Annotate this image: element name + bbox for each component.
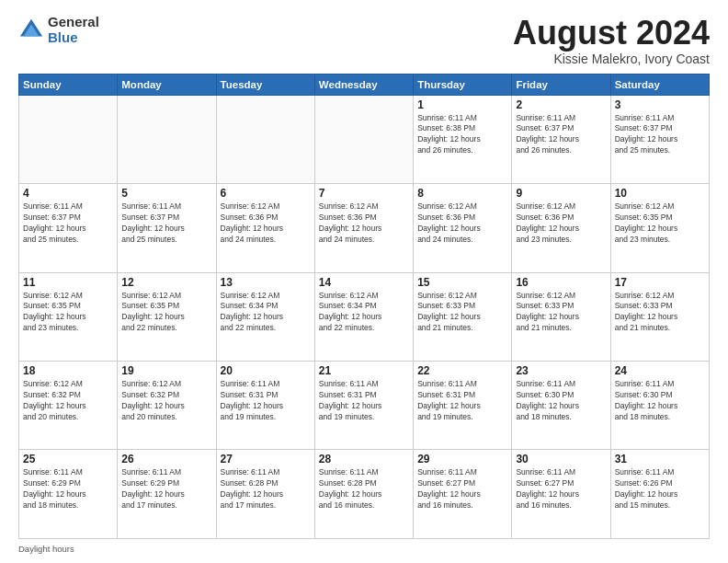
day-header-sunday: Sunday [19, 74, 118, 95]
day-header-wednesday: Wednesday [314, 74, 413, 95]
day-number: 22 [417, 364, 507, 377]
day-number: 11 [23, 276, 113, 289]
day-info: Sunrise: 6:11 AM Sunset: 6:37 PM Dayligh… [23, 201, 113, 246]
day-info: Sunrise: 6:12 AM Sunset: 6:35 PM Dayligh… [121, 291, 211, 335]
day-number: 9 [516, 187, 606, 200]
day-header-thursday: Thursday [414, 74, 512, 95]
day-info: Sunrise: 6:12 AM Sunset: 6:34 PM Dayligh… [319, 291, 409, 335]
day-info: Sunrise: 6:12 AM Sunset: 6:34 PM Dayligh… [221, 291, 311, 335]
calendar-cell: 18Sunrise: 6:12 AM Sunset: 6:32 PM Dayli… [19, 362, 118, 450]
calendar-cell: 4Sunrise: 6:11 AM Sunset: 6:37 PM Daylig… [19, 184, 118, 272]
calendar-cell: 25Sunrise: 6:11 AM Sunset: 6:29 PM Dayli… [19, 450, 118, 539]
day-number: 3 [615, 98, 705, 111]
calendar-cell: 11Sunrise: 6:12 AM Sunset: 6:35 PM Dayli… [19, 272, 118, 361]
day-info: Sunrise: 6:11 AM Sunset: 6:26 PM Dayligh… [615, 467, 705, 511]
day-number: 21 [319, 364, 409, 377]
calendar-cell: 15Sunrise: 6:12 AM Sunset: 6:33 PM Dayli… [414, 272, 512, 361]
page: General Blue August 2024 Kissie Malekro,… [0, 0, 728, 563]
day-number: 1 [417, 98, 507, 111]
day-number: 20 [221, 364, 311, 377]
calendar-cell: 3Sunrise: 6:11 AM Sunset: 6:37 PM Daylig… [610, 95, 709, 183]
week-row-3: 11Sunrise: 6:12 AM Sunset: 6:35 PM Dayli… [19, 272, 710, 361]
calendar-cell: 1Sunrise: 6:11 AM Sunset: 6:38 PM Daylig… [414, 95, 512, 183]
month-title: August 2024 [513, 15, 710, 52]
day-info: Sunrise: 6:11 AM Sunset: 6:27 PM Dayligh… [417, 467, 507, 511]
day-number: 6 [221, 187, 311, 200]
day-number: 18 [23, 364, 113, 377]
day-info: Sunrise: 6:11 AM Sunset: 6:37 PM Dayligh… [516, 113, 606, 157]
day-info: Sunrise: 6:11 AM Sunset: 6:28 PM Dayligh… [221, 467, 311, 511]
day-number: 12 [121, 276, 211, 289]
day-number: 25 [23, 453, 113, 465]
calendar-cell: 22Sunrise: 6:11 AM Sunset: 6:31 PM Dayli… [414, 362, 512, 450]
day-number: 17 [615, 276, 705, 289]
calendar-cell: 27Sunrise: 6:11 AM Sunset: 6:28 PM Dayli… [216, 450, 314, 539]
week-row-2: 4Sunrise: 6:11 AM Sunset: 6:37 PM Daylig… [19, 184, 710, 272]
day-info: Sunrise: 6:11 AM Sunset: 6:27 PM Dayligh… [516, 467, 606, 511]
calendar-cell: 13Sunrise: 6:12 AM Sunset: 6:34 PM Dayli… [216, 272, 314, 361]
day-number: 30 [516, 453, 606, 465]
calendar-cell: 8Sunrise: 6:12 AM Sunset: 6:36 PM Daylig… [414, 184, 512, 272]
logo-icon [18, 17, 44, 43]
day-info: Sunrise: 6:11 AM Sunset: 6:29 PM Dayligh… [23, 467, 113, 511]
day-number: 2 [516, 98, 606, 111]
logo-blue: Blue [48, 30, 99, 46]
day-info: Sunrise: 6:11 AM Sunset: 6:31 PM Dayligh… [221, 379, 311, 423]
day-number: 19 [121, 364, 211, 377]
day-number: 27 [221, 453, 311, 465]
logo-general: General [48, 15, 99, 30]
calendar-cell: 12Sunrise: 6:12 AM Sunset: 6:35 PM Dayli… [118, 272, 216, 361]
calendar-cell: 30Sunrise: 6:11 AM Sunset: 6:27 PM Dayli… [512, 450, 610, 539]
day-info: Sunrise: 6:12 AM Sunset: 6:32 PM Dayligh… [121, 379, 211, 423]
calendar-cell: 23Sunrise: 6:11 AM Sunset: 6:30 PM Dayli… [512, 362, 610, 450]
day-info: Sunrise: 6:11 AM Sunset: 6:37 PM Dayligh… [121, 201, 211, 246]
day-number: 28 [319, 453, 409, 465]
calendar-cell: 28Sunrise: 6:11 AM Sunset: 6:28 PM Dayli… [314, 450, 413, 539]
calendar-cell: 20Sunrise: 6:11 AM Sunset: 6:31 PM Dayli… [216, 362, 314, 450]
logo-text: General Blue [48, 15, 99, 45]
calendar-cell: 2Sunrise: 6:11 AM Sunset: 6:37 PM Daylig… [512, 95, 610, 183]
day-number: 8 [417, 187, 507, 200]
day-info: Sunrise: 6:12 AM Sunset: 6:36 PM Dayligh… [221, 201, 311, 246]
calendar-cell: 17Sunrise: 6:12 AM Sunset: 6:33 PM Dayli… [610, 272, 709, 361]
calendar-cell: 7Sunrise: 6:12 AM Sunset: 6:36 PM Daylig… [314, 184, 413, 272]
calendar-cell [314, 95, 413, 183]
calendar-cell: 6Sunrise: 6:12 AM Sunset: 6:36 PM Daylig… [216, 184, 314, 272]
day-number: 24 [615, 364, 705, 377]
day-info: Sunrise: 6:11 AM Sunset: 6:30 PM Dayligh… [516, 379, 606, 423]
week-row-4: 18Sunrise: 6:12 AM Sunset: 6:32 PM Dayli… [19, 362, 710, 450]
day-header-tuesday: Tuesday [216, 74, 314, 95]
day-header-monday: Monday [118, 74, 216, 95]
day-info: Sunrise: 6:11 AM Sunset: 6:28 PM Dayligh… [319, 467, 409, 511]
calendar-cell [118, 95, 216, 183]
day-info: Sunrise: 6:12 AM Sunset: 6:36 PM Dayligh… [516, 201, 606, 246]
day-info: Sunrise: 6:11 AM Sunset: 6:38 PM Dayligh… [417, 113, 507, 157]
calendar-cell: 24Sunrise: 6:11 AM Sunset: 6:30 PM Dayli… [610, 362, 709, 450]
calendar-cell: 21Sunrise: 6:11 AM Sunset: 6:31 PM Dayli… [314, 362, 413, 450]
day-info: Sunrise: 6:11 AM Sunset: 6:31 PM Dayligh… [417, 379, 507, 423]
day-number: 31 [615, 453, 705, 465]
header: General Blue August 2024 Kissie Malekro,… [18, 15, 710, 66]
title-block: August 2024 Kissie Malekro, Ivory Coast [513, 15, 710, 66]
calendar-body: 1Sunrise: 6:11 AM Sunset: 6:38 PM Daylig… [19, 95, 710, 538]
day-info: Sunrise: 6:12 AM Sunset: 6:33 PM Dayligh… [615, 291, 705, 335]
calendar-cell: 31Sunrise: 6:11 AM Sunset: 6:26 PM Dayli… [610, 450, 709, 539]
day-info: Sunrise: 6:12 AM Sunset: 6:32 PM Dayligh… [23, 379, 113, 423]
calendar-header: SundayMondayTuesdayWednesdayThursdayFrid… [19, 74, 710, 95]
calendar-cell [216, 95, 314, 183]
subtitle: Kissie Malekro, Ivory Coast [513, 52, 710, 66]
day-number: 23 [516, 364, 606, 377]
calendar-cell: 29Sunrise: 6:11 AM Sunset: 6:27 PM Dayli… [414, 450, 512, 539]
day-number: 16 [516, 276, 606, 289]
day-info: Sunrise: 6:12 AM Sunset: 6:33 PM Dayligh… [417, 291, 507, 335]
day-number: 26 [121, 453, 211, 465]
day-number: 14 [319, 276, 409, 289]
day-number: 15 [417, 276, 507, 289]
day-info: Sunrise: 6:12 AM Sunset: 6:33 PM Dayligh… [516, 291, 606, 335]
day-header-saturday: Saturday [610, 74, 709, 95]
day-number: 29 [417, 453, 507, 465]
logo: General Blue [18, 15, 99, 45]
day-number: 10 [615, 187, 705, 200]
calendar-cell: 19Sunrise: 6:12 AM Sunset: 6:32 PM Dayli… [118, 362, 216, 450]
week-row-5: 25Sunrise: 6:11 AM Sunset: 6:29 PM Dayli… [19, 450, 710, 539]
